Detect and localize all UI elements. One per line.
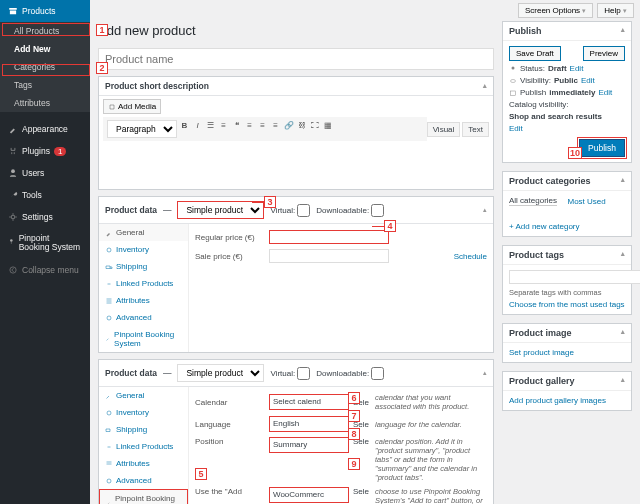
sidebar-item-pinpoint[interactable]: Pinpoint Booking System — [0, 228, 90, 259]
product-type-select-2[interactable]: Simple product — [177, 364, 264, 382]
box-title-text: Product tags — [509, 250, 564, 260]
pd-tab-advanced-2[interactable]: Advanced — [99, 472, 188, 489]
edit-status-link[interactable]: Edit — [570, 64, 584, 73]
downloadable-checkbox-2[interactable] — [371, 367, 384, 380]
svg-point-0 — [11, 169, 15, 173]
edit-catalog-link[interactable]: Edit — [509, 124, 523, 133]
collapse-icon[interactable]: ▴ — [483, 369, 487, 377]
pd-tab-linked[interactable]: Linked Products — [99, 275, 188, 292]
sidebar-item-users[interactable]: Users — [0, 162, 90, 184]
editor-content[interactable] — [99, 141, 493, 189]
virtual-checkbox-2[interactable] — [297, 367, 310, 380]
subitem-all-products[interactable]: All Products — [0, 22, 90, 40]
box-title-text: Product gallery — [509, 376, 575, 386]
virtual-checkbox[interactable] — [297, 204, 310, 217]
sidebar-label: Plugins — [22, 146, 50, 156]
collapse-icon[interactable]: ▴ — [483, 82, 487, 90]
sidebar-label: Pinpoint Booking System — [19, 234, 82, 253]
pd-tab-advanced[interactable]: Advanced — [99, 309, 188, 326]
align-center-icon[interactable]: ≡ — [257, 120, 268, 131]
product-title-input[interactable] — [98, 48, 494, 70]
svg-point-7 — [107, 479, 111, 483]
publish-button[interactable]: Publish — [579, 139, 625, 157]
bold-icon[interactable]: B — [179, 120, 190, 131]
virtual-label: Virtual: — [270, 206, 295, 215]
pd-tab-linked-2[interactable]: Linked Products — [99, 438, 188, 455]
pd-tab-general-2[interactable]: General — [99, 387, 188, 404]
sidebar-item-plugins[interactable]: Plugins 1 — [0, 140, 90, 162]
visual-tab[interactable]: Visual — [427, 122, 461, 137]
pd-tab-attributes[interactable]: Attributes — [99, 292, 188, 309]
link-icon[interactable]: 🔗 — [283, 120, 294, 131]
pin-icon — [509, 65, 517, 73]
align-left-icon[interactable]: ≡ — [244, 120, 255, 131]
add-gallery-link[interactable]: Add product gallery images — [509, 396, 625, 405]
sidebar-item-products[interactable]: Products — [0, 0, 90, 22]
edit-vis-link[interactable]: Edit — [581, 76, 595, 85]
pd-tab-pinpoint[interactable]: Pinpoint Booking System — [99, 326, 188, 352]
quote-icon[interactable]: ❝ — [231, 120, 242, 131]
product-type-select[interactable]: Simple product — [177, 201, 264, 219]
choose-tags-link[interactable]: Choose from the most used tags — [509, 300, 625, 309]
downloadable-checkbox[interactable] — [371, 204, 384, 217]
collapse-icon[interactable]: ▴ — [483, 206, 487, 214]
collapse-menu[interactable]: Collapse menu — [0, 259, 90, 281]
save-draft-button[interactable]: Save Draft — [509, 46, 561, 61]
collapse-icon[interactable]: ▴ — [621, 250, 625, 260]
edit-pub-link[interactable]: Edit — [599, 88, 613, 97]
box-title-text: Publish — [509, 26, 542, 36]
eye-icon — [509, 77, 517, 85]
help-button[interactable]: Help ▾ — [597, 3, 634, 18]
italic-icon[interactable]: I — [192, 120, 203, 131]
pub-label: Publish — [520, 88, 546, 97]
cart-select[interactable]: WooCommerc — [269, 487, 349, 503]
collapse-icon[interactable]: ▴ — [621, 26, 625, 36]
unlink-icon[interactable]: ⛓ — [296, 120, 307, 131]
pd-tab-general[interactable]: General — [99, 224, 188, 241]
fullscreen-icon[interactable]: ⛶ — [309, 120, 320, 131]
collapse-icon[interactable]: ▴ — [621, 376, 625, 386]
paragraph-select[interactable]: Paragraph — [107, 120, 177, 138]
set-image-link[interactable]: Set product image — [509, 348, 625, 357]
most-used-tab[interactable]: Most Used — [567, 197, 605, 206]
subitem-tags[interactable]: Tags — [0, 76, 90, 94]
preview-button[interactable]: Preview — [583, 46, 625, 61]
short-description-panel: Product short description▴ Add Media Par… — [98, 76, 494, 190]
screen-options-button[interactable]: Screen Options ▾ — [518, 3, 593, 18]
collapse-icon[interactable]: ▴ — [621, 328, 625, 338]
tag-input[interactable] — [509, 270, 640, 284]
sidebar-item-appearance[interactable]: Appearance — [0, 118, 90, 140]
add-category-link[interactable]: + Add new category — [509, 222, 625, 231]
publish-box: Publish▴ Save DraftPreview Status: Draft… — [502, 21, 632, 163]
sale-price-input[interactable] — [269, 249, 389, 263]
subitem-categories[interactable]: Categories — [0, 58, 90, 76]
position-select[interactable]: Summary — [269, 437, 349, 453]
calendar-select[interactable]: Select calend — [269, 394, 349, 410]
sidebar-item-tools[interactable]: Tools — [0, 184, 90, 206]
pd-tab-inventory-2[interactable]: Inventory — [99, 404, 188, 421]
language-select[interactable]: English — [269, 416, 349, 432]
collapse-icon[interactable]: ▴ — [621, 176, 625, 186]
regular-price-input[interactable] — [269, 230, 389, 244]
all-cat-tab[interactable]: All categories — [509, 196, 557, 206]
pd-tab-attributes-2[interactable]: Attributes — [99, 455, 188, 472]
pin-icon — [8, 238, 15, 248]
toolbar-toggle-icon[interactable]: ▦ — [322, 120, 333, 131]
pd-tab-pinpoint-2[interactable]: Pinpoint Booking System — [99, 489, 188, 504]
subitem-add-new[interactable]: Add New — [0, 40, 90, 58]
align-right-icon[interactable]: ≡ — [270, 120, 281, 131]
add-media-button[interactable]: Add Media — [103, 99, 161, 114]
list-ul-icon[interactable]: ☰ — [205, 120, 216, 131]
list-ol-icon[interactable]: ≡ — [218, 120, 229, 131]
virtual-label: Virtual: — [270, 369, 295, 378]
pd-tab-shipping-2[interactable]: Shipping — [99, 421, 188, 438]
sidebar-item-settings[interactable]: Settings — [0, 206, 90, 228]
text-tab[interactable]: Text — [462, 122, 489, 137]
pd-tab-inventory[interactable]: Inventory — [99, 241, 188, 258]
position-label: Position — [195, 437, 265, 446]
svg-point-2 — [10, 240, 13, 243]
schedule-link[interactable]: Schedule — [454, 252, 487, 261]
subitem-attributes[interactable]: Attributes — [0, 94, 90, 112]
pd-tab-shipping[interactable]: Shipping — [99, 258, 188, 275]
vis-value: Public — [554, 76, 578, 85]
